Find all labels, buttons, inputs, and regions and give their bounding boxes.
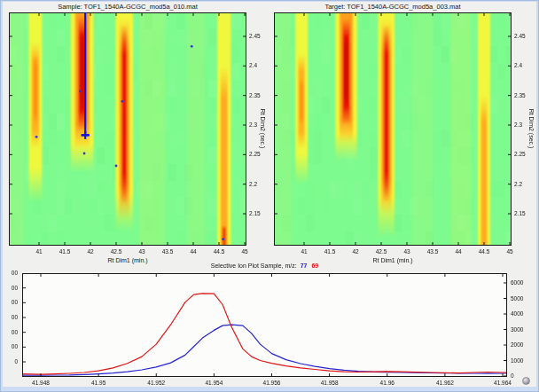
ion-left-y-tick-label: 00 xyxy=(0,270,18,276)
x-tick-label: 41.5 xyxy=(54,248,75,255)
x-tick-label: 41 xyxy=(28,248,50,255)
ion-x-tick-label: 41.954 xyxy=(199,380,228,386)
ion-left-y-tick-label: 00 xyxy=(0,299,18,305)
y-tick-label: 2.45 xyxy=(249,33,261,39)
x-tick-label: 42 xyxy=(80,248,101,255)
ion-plot-title: Selective Ion Plot Sample, m/z: 77 69 xyxy=(22,263,507,269)
ion-plot-title-prefix: Selective Ion Plot Sample, m/z: xyxy=(211,263,297,269)
ion-right-y-tick-label: 0 xyxy=(511,372,514,379)
y-tick-label: 2.25 xyxy=(514,151,526,157)
ion-x-tick-label: 41.956 xyxy=(258,380,286,386)
x-tick-label: 41.5 xyxy=(319,248,340,255)
y-tick-label: 2.35 xyxy=(249,92,261,98)
y-tick-label: 2.2 xyxy=(249,181,257,187)
ion-right-y-tick-label: 4000 xyxy=(511,310,523,317)
ion-x-tick-label: 41.962 xyxy=(431,380,459,386)
sample-panel-title: Sample: TOF1_1540A-GCGC_mod5a_010.mat xyxy=(9,3,246,11)
y-tick-label: 2.3 xyxy=(249,122,257,128)
x-tick-label: 43.5 xyxy=(157,248,178,255)
ion-left-y-tick-label: 0 xyxy=(0,358,18,365)
y-tick-label: 2.15 xyxy=(514,210,526,216)
ion-right-y-tick-label: 5000 xyxy=(511,295,523,302)
ion-x-tick-label: 41.964 xyxy=(488,380,517,386)
ion-left-y-tick-label: 00 xyxy=(0,343,18,349)
x-tick-label: 44 xyxy=(448,248,469,255)
y-tick-label: 2.35 xyxy=(514,92,526,98)
y-tick-label: 2.2 xyxy=(514,181,522,187)
x-tick-label: 42.5 xyxy=(371,248,392,255)
y-tick-label: 2.45 xyxy=(514,33,526,39)
x-tick-label: 45 xyxy=(499,248,520,255)
ion-right-y-tick-label: 1000 xyxy=(511,357,523,364)
y-tick-label: 2.4 xyxy=(514,62,522,68)
ion-x-tick-label: 41.952 xyxy=(142,380,170,386)
target-yaxis-label: Rt Dim2 (sec.) xyxy=(528,109,535,149)
x-tick-label: 43 xyxy=(131,248,152,255)
sample-yaxis-label: Rt Dim2 (sec.) xyxy=(260,109,266,149)
x-tick-label: 45 xyxy=(234,248,255,255)
ion-left-y-tick-label: 00 xyxy=(0,314,18,320)
target-heatmap-canvas[interactable] xyxy=(274,12,512,246)
y-tick-label: 2.25 xyxy=(249,151,261,157)
x-tick-label: 42 xyxy=(345,248,366,255)
ion-right-y-tick-label: 2000 xyxy=(511,341,523,348)
ion-x-tick-label: 41.96 xyxy=(373,380,402,386)
sample-heatmap-canvas[interactable] xyxy=(9,12,246,246)
ion-plot-canvas[interactable] xyxy=(22,273,507,377)
x-tick-label: 41 xyxy=(293,248,315,255)
x-tick-label: 44 xyxy=(183,248,204,255)
y-tick-label: 2.15 xyxy=(249,210,261,216)
x-tick-label: 44.5 xyxy=(473,248,495,255)
mz-77-label: 77 xyxy=(301,263,308,269)
ion-left-y-tick-label: 00 xyxy=(0,285,18,291)
x-tick-label: 43.5 xyxy=(422,248,443,255)
x-tick-label: 43 xyxy=(396,248,418,255)
ion-x-tick-label: 41.958 xyxy=(316,380,344,386)
ion-left-y-tick-label: 00 xyxy=(0,329,18,335)
mz-69-label: 69 xyxy=(311,263,318,269)
y-tick-label: 2.3 xyxy=(514,122,522,128)
ion-right-y-tick-label: 6000 xyxy=(511,279,523,286)
x-tick-label: 44.5 xyxy=(208,248,230,255)
target-panel-title: Target: TOF1_1540A-GCGC_mod5a_003.mat xyxy=(274,3,512,11)
corner-grip-icon[interactable] xyxy=(522,377,530,385)
x-tick-label: 42.5 xyxy=(105,248,127,255)
y-tick-label: 2.4 xyxy=(249,62,257,68)
figure-window: Sample: TOF1_1540A-GCGC_mod5a_010.mat Ta… xyxy=(0,0,539,392)
ion-right-y-tick-label: 3000 xyxy=(511,326,523,333)
ion-x-tick-label: 41.95 xyxy=(84,380,113,386)
ion-x-tick-label: 41.948 xyxy=(27,380,55,386)
